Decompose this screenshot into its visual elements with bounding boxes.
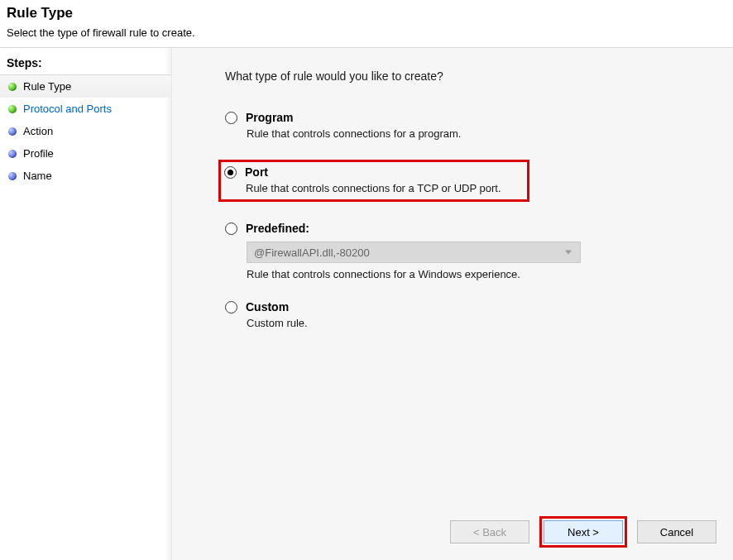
page-subtitle: Select the type of firewall rule to crea… — [7, 26, 726, 39]
wizard-header: Rule Type Select the type of firewall ru… — [0, 0, 733, 47]
bullet-icon — [8, 127, 17, 136]
highlight-port: Port Rule that controls connections for … — [218, 160, 529, 202]
wizard-body: Steps: Rule Type Protocol and Ports Acti… — [0, 47, 733, 560]
step-label: Rule Type — [23, 80, 71, 93]
step-action[interactable]: Action — [0, 120, 171, 142]
option-program: Program Rule that controls connections f… — [225, 111, 708, 140]
radio-program[interactable] — [225, 112, 237, 124]
option-predefined-desc: Rule that controls connections for a Win… — [247, 268, 708, 280]
option-custom: Custom Custom rule. — [225, 300, 708, 329]
option-port-desc: Rule that controls connections for a TCP… — [246, 182, 520, 194]
highlight-next: Next > — [539, 516, 627, 548]
radio-custom[interactable] — [225, 301, 237, 314]
step-label: Name — [23, 170, 52, 182]
step-rule-type[interactable]: Rule Type — [0, 75, 171, 98]
radio-predefined[interactable] — [225, 223, 237, 235]
next-button[interactable]: Next > — [544, 520, 623, 543]
question-text: What type of rule would you like to crea… — [225, 69, 708, 83]
back-button: < Back — [450, 520, 529, 543]
step-name[interactable]: Name — [0, 165, 171, 187]
radio-port[interactable] — [224, 166, 237, 179]
steps-sidebar: Steps: Rule Type Protocol and Ports Acti… — [0, 48, 172, 560]
option-port-title: Port — [245, 165, 268, 179]
bullet-icon — [8, 105, 17, 113]
option-predefined: Predefined: @FirewallAPI.dll,-80200 Rule… — [225, 222, 708, 280]
main-panel: What type of rule would you like to crea… — [172, 48, 733, 560]
wizard-buttons: < Back Next > Cancel — [450, 516, 716, 548]
step-label: Protocol and Ports — [23, 103, 112, 115]
bullet-icon — [8, 172, 17, 180]
option-predefined-title: Predefined: — [246, 222, 309, 235]
step-protocol-and-ports[interactable]: Protocol and Ports — [0, 98, 171, 120]
predefined-selected-value: @FirewallAPI.dll,-80200 — [254, 246, 370, 259]
bullet-icon — [8, 83, 17, 91]
step-label: Action — [23, 125, 53, 137]
step-profile[interactable]: Profile — [0, 142, 171, 165]
step-label: Profile — [23, 147, 54, 160]
option-program-desc: Rule that controls connections for a pro… — [247, 127, 708, 140]
predefined-dropdown[interactable]: @FirewallAPI.dll,-80200 — [247, 242, 581, 263]
option-port: Port Rule that controls connections for … — [225, 160, 708, 202]
option-program-title: Program — [246, 111, 294, 124]
page-title: Rule Type — [7, 5, 726, 22]
steps-heading: Steps: — [0, 51, 171, 75]
bullet-icon — [8, 150, 17, 158]
option-custom-title: Custom — [246, 300, 289, 314]
option-custom-desc: Custom rule. — [247, 317, 708, 329]
cancel-button[interactable]: Cancel — [637, 520, 716, 543]
